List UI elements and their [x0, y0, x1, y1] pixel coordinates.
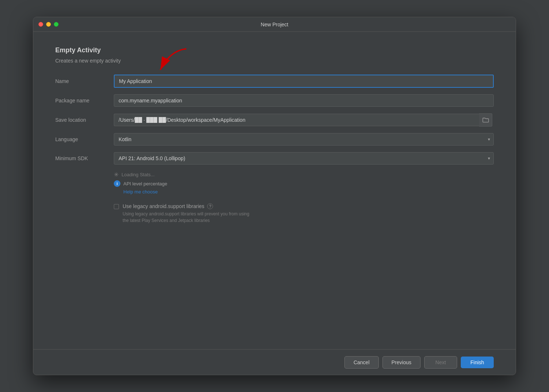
- location-label: Save location: [55, 117, 114, 123]
- package-label: Package name: [55, 98, 114, 103]
- info-icon: i: [114, 180, 120, 187]
- help-tooltip-icon[interactable]: ?: [207, 203, 213, 209]
- footer: Cancel Previous Next Finish: [33, 349, 516, 375]
- cancel-button[interactable]: Cancel: [344, 356, 379, 369]
- legacy-text-wrap: Use legacy android.support libraries ? U…: [123, 203, 249, 224]
- finish-button[interactable]: Finish: [461, 357, 494, 368]
- legacy-description: Using legacy android.support libraries w…: [123, 211, 249, 224]
- legacy-label-row: Use legacy android.support libraries ?: [123, 203, 249, 209]
- loading-row: ✳ Loading Stats...: [114, 171, 494, 178]
- loading-spinner-icon: ✳: [114, 171, 119, 178]
- window-title: New Project: [261, 22, 288, 27]
- sdk-select-wrap: API 21: Android 5.0 (Lollipop) API 16: A…: [114, 152, 494, 165]
- loading-text: Loading Stats...: [122, 172, 154, 177]
- section-description: Creates a new empty activity: [55, 58, 494, 64]
- legacy-checkbox[interactable]: [114, 204, 119, 209]
- language-select-wrap: Kotlin Java ▾: [114, 133, 494, 146]
- location-input-wrap: [114, 113, 494, 127]
- package-input[interactable]: [114, 94, 494, 107]
- minimize-button[interactable]: [46, 22, 51, 27]
- api-level-text: API level percentage: [123, 181, 167, 186]
- language-select[interactable]: Kotlin Java: [114, 133, 494, 146]
- name-input[interactable]: [114, 75, 494, 88]
- loading-stats-area: ✳ Loading Stats... i API level percentag…: [114, 171, 494, 195]
- api-info-row: i API level percentage: [114, 180, 494, 187]
- maximize-button[interactable]: [54, 22, 59, 27]
- new-project-window: New Project Empty Activity Creates a new…: [33, 17, 516, 375]
- package-field-row: Package name: [55, 94, 494, 107]
- section-title: Empty Activity: [55, 46, 494, 54]
- language-field-row: Language Kotlin Java ▾: [55, 133, 494, 146]
- language-label: Language: [55, 136, 114, 142]
- traffic-lights: [38, 22, 59, 27]
- location-input[interactable]: [114, 114, 479, 126]
- sdk-select[interactable]: API 21: Android 5.0 (Lollipop) API 16: A…: [114, 152, 494, 165]
- legacy-libraries-row: Use legacy android.support libraries ? U…: [114, 203, 494, 224]
- previous-button[interactable]: Previous: [382, 356, 421, 369]
- package-input-wrap: [114, 94, 494, 107]
- help-me-choose-link[interactable]: Help me choose: [123, 189, 494, 195]
- sdk-label: Minimum SDK: [55, 155, 114, 161]
- folder-browse-button[interactable]: [479, 113, 492, 127]
- name-label: Name: [55, 78, 114, 84]
- folder-icon: [482, 117, 489, 122]
- next-button[interactable]: Next: [424, 356, 457, 369]
- location-field-row: Save location: [55, 113, 494, 127]
- name-input-wrap: [114, 75, 494, 88]
- legacy-label-text: Use legacy android.support libraries: [123, 203, 204, 209]
- name-field-row: Name: [55, 75, 494, 88]
- form-area: Name Package name: [55, 75, 494, 342]
- sdk-field-row: Minimum SDK API 21: Android 5.0 (Lollipo…: [55, 152, 494, 165]
- close-button[interactable]: [38, 22, 43, 27]
- titlebar: New Project: [33, 17, 516, 32]
- main-content: Empty Activity Creates a new empty activ…: [33, 32, 516, 349]
